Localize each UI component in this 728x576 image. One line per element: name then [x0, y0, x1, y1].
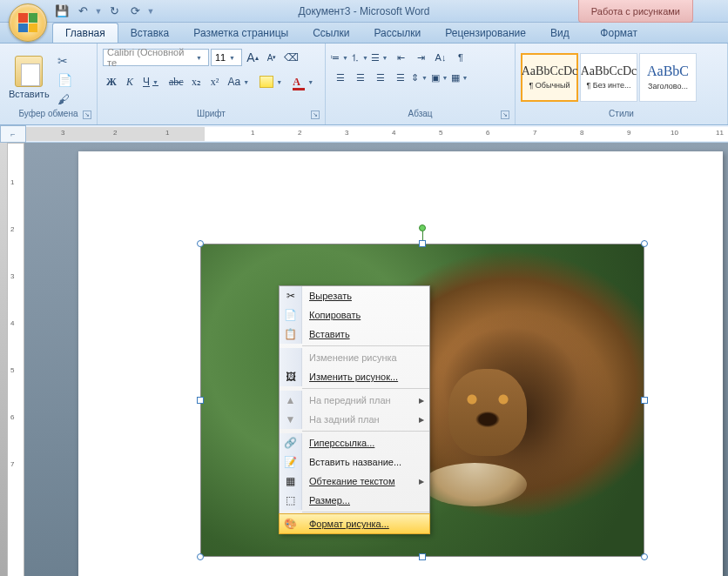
undo-icon[interactable]: ↶: [73, 3, 92, 20]
group-label-clipboard: Буфер обмена↘: [3, 109, 93, 123]
shading-icon[interactable]: ▣▼: [431, 69, 450, 86]
cut-icon[interactable]: ✂: [57, 54, 72, 68]
paragraph-launcher-icon[interactable]: ↘: [501, 111, 509, 119]
ctx-change-picture[interactable]: 🖼Изменить рисунок...: [280, 367, 429, 386]
qat-more-icon[interactable]: ▼: [146, 3, 155, 20]
tab-mailings[interactable]: Рассылки: [361, 23, 433, 43]
ctx-separator: [302, 431, 429, 432]
office-logo-icon: [18, 13, 37, 32]
group-label-styles: Стили: [519, 109, 724, 123]
grow-font-icon[interactable]: A▴: [244, 49, 261, 66]
ctx-insert-caption[interactable]: 📝Вставить название...: [280, 452, 429, 472]
italic-button[interactable]: К: [121, 72, 138, 91]
underline-button[interactable]: Ч▼: [139, 72, 165, 91]
resize-handle-bl[interactable]: [197, 553, 204, 560]
paste-button-label[interactable]: Вставить: [9, 89, 50, 99]
ctx-copy[interactable]: 📄Копировать: [280, 305, 429, 325]
scissors-icon: ✂: [280, 286, 302, 305]
chevron-right-icon: ▶: [419, 416, 429, 424]
rotation-handle[interactable]: [419, 224, 426, 231]
clipboard-launcher-icon[interactable]: ↘: [83, 111, 91, 119]
ribbon: Вставить ✂ 📄 🖌 Буфер обмена↘ Calibri (Ос…: [0, 44, 728, 125]
tab-page-layout[interactable]: Разметка страницы: [181, 23, 300, 43]
increase-indent-icon[interactable]: ⇥: [411, 49, 430, 66]
show-marks-icon[interactable]: ¶: [451, 49, 470, 66]
quick-access-toolbar: 💾 ↶ ▼ ↻ ⟳ ▼: [52, 0, 155, 22]
sort-icon[interactable]: A↓: [431, 49, 450, 66]
ctx-separator: [302, 345, 429, 346]
redo-icon[interactable]: ↻: [104, 3, 124, 20]
subscript-button[interactable]: x₂: [188, 72, 206, 91]
group-paragraph: ≔▼ ⒈▼ ☰▼ ⇤ ⇥ A↓ ¶ ☰ ☰ ☰ ☰ ⇕▼ ▣▼ ▦▼ Абзац…: [326, 44, 516, 124]
copy-icon[interactable]: 📄: [57, 73, 72, 87]
chevron-right-icon: ▶: [419, 478, 429, 486]
tab-review[interactable]: Рецензирование: [433, 23, 538, 43]
save-icon[interactable]: 💾: [52, 3, 71, 20]
ctx-paste[interactable]: 📋Вставить: [280, 325, 429, 344]
multilevel-icon[interactable]: ☰▼: [371, 49, 390, 66]
decrease-indent-icon[interactable]: ⇤: [391, 49, 410, 66]
style-normal[interactable]: AaBbCcDc ¶ Обычный: [521, 53, 578, 102]
ctx-format-picture[interactable]: 🎨Формат рисунка...: [279, 513, 430, 534]
resize-handle-tr[interactable]: [641, 240, 648, 247]
title-bar: 💾 ↶ ▼ ↻ ⟳ ▼ Документ3 - Microsoft Word Р…: [0, 0, 728, 23]
ctx-size[interactable]: ⬚Размер...: [280, 491, 429, 510]
wrap-text-icon: ▦: [280, 472, 302, 491]
left-strip: [0, 143, 7, 576]
office-button[interactable]: [9, 3, 47, 42]
resize-handle-r[interactable]: [641, 397, 648, 404]
group-clipboard: Вставить ✂ 📄 🖌 Буфер обмена↘: [0, 44, 98, 124]
tab-insert[interactable]: Вставка: [118, 23, 182, 43]
align-center-icon[interactable]: ☰: [351, 69, 370, 86]
style-no-spacing[interactable]: AaBbCcDc ¶ Без инте...: [580, 53, 637, 102]
font-size-combo[interactable]: 11▼: [211, 49, 242, 66]
qat-dropdown-icon[interactable]: ▼: [94, 3, 103, 20]
tab-references[interactable]: Ссылки: [300, 23, 361, 43]
tab-home[interactable]: Главная: [52, 23, 118, 43]
bullets-icon[interactable]: ≔▼: [331, 49, 350, 66]
justify-icon[interactable]: ☰: [391, 69, 410, 86]
change-case-button[interactable]: Aa▼: [225, 72, 256, 91]
group-styles: AaBbCcDc ¶ Обычный AaBbCcDc ¶ Без инте..…: [516, 44, 728, 124]
font-color-button[interactable]: A▼: [289, 72, 320, 91]
refresh-icon[interactable]: ⟳: [125, 3, 145, 20]
resize-handle-tl[interactable]: [197, 240, 204, 247]
numbering-icon[interactable]: ⒈▼: [351, 49, 370, 66]
vertical-ruler[interactable]: 1234567: [7, 143, 24, 576]
ctx-bring-front: ▲На передний план▶: [280, 391, 429, 410]
resize-handle-t[interactable]: [419, 240, 426, 247]
strike-button[interactable]: abc: [165, 72, 187, 91]
line-spacing-icon[interactable]: ⇕▼: [411, 69, 430, 86]
clear-formatting-icon[interactable]: ⌫: [282, 49, 300, 66]
copy-icon: 📄: [280, 305, 302, 325]
bold-button[interactable]: Ж: [103, 72, 120, 91]
send-back-icon: ▼: [280, 410, 302, 429]
paste-icon[interactable]: [15, 56, 43, 87]
style-heading1[interactable]: AaBbC Заголово...: [639, 53, 697, 102]
chevron-right-icon: ▶: [419, 397, 429, 405]
tab-view[interactable]: Вид: [538, 23, 582, 43]
caption-icon: 📝: [280, 452, 302, 472]
format-picture-icon: 🎨: [280, 514, 302, 533]
format-painter-icon[interactable]: 🖌: [57, 92, 72, 106]
align-right-icon[interactable]: ☰: [371, 69, 390, 86]
highlight-button[interactable]: ▼: [256, 72, 288, 91]
resize-handle-br[interactable]: [641, 553, 648, 560]
group-label-paragraph: Абзац↘: [329, 109, 511, 123]
resize-handle-l[interactable]: [197, 397, 204, 404]
font-name-combo[interactable]: Calibri (Основной те▼: [103, 49, 209, 66]
align-left-icon[interactable]: ☰: [331, 69, 350, 86]
superscript-button[interactable]: x²: [206, 72, 224, 91]
ctx-hyperlink[interactable]: 🔗Гиперссылка...: [280, 433, 429, 452]
ctx-cut[interactable]: ✂Вырезать: [280, 286, 429, 305]
borders-icon[interactable]: ▦▼: [451, 69, 470, 86]
ctx-text-wrap[interactable]: ▦Обтекание текстом▶: [280, 472, 429, 491]
contextual-tab-picture-tools[interactable]: Работа с рисунками: [578, 0, 693, 23]
shrink-font-icon[interactable]: A▾: [263, 49, 280, 66]
tab-format[interactable]: Формат: [588, 23, 650, 43]
font-launcher-icon[interactable]: ↘: [311, 111, 320, 119]
horizontal-ruler[interactable]: 321 1234567891011: [26, 127, 728, 141]
ctx-separator: [302, 388, 429, 389]
resize-handle-b[interactable]: [419, 553, 426, 560]
tab-selector[interactable]: ⌐: [0, 125, 26, 143]
